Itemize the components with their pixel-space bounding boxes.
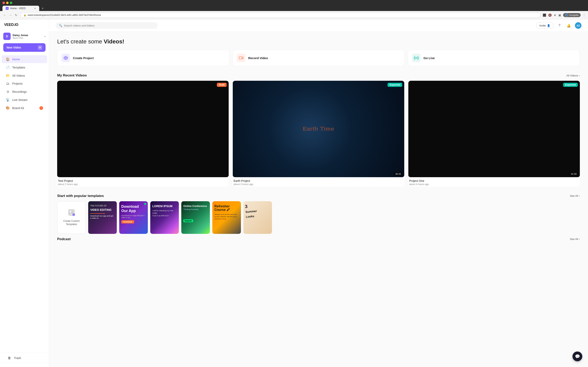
templates-header: Start with popular templates See All › <box>57 194 580 198</box>
see-all-templates-link[interactable]: See All › <box>570 194 580 197</box>
template-thumbnail: 3SummerLooks <box>243 201 272 234</box>
video-card-test-project[interactable]: Draft Test Project about 2 hours ago <box>57 81 229 187</box>
content-area: Let's create some Videos! Create Project <box>49 32 588 251</box>
new-tab-button[interactable]: + <box>40 6 45 11</box>
exported-badge: Exported <box>388 83 402 87</box>
all-videos-link[interactable]: All Videos › <box>566 74 580 77</box>
earth-preview: Earth Time <box>233 81 404 177</box>
notifications-icon[interactable]: 🔔 <box>566 22 572 29</box>
template-text: DownloadOur App Download our app and get… <box>119 201 148 227</box>
video-thumbnail: Earth Time Exported 00:25 <box>233 81 404 177</box>
maximize-dot[interactable] <box>10 2 12 4</box>
see-all-podcast-label: See All <box>570 238 578 241</box>
new-video-button[interactable]: New Video + <box>3 43 45 52</box>
template-text: LOREM IPSUM I will be releasing my new s… <box>150 201 179 220</box>
create-project-card[interactable]: Create Project <box>57 50 229 66</box>
brand-kit-badge: + <box>39 106 43 110</box>
topbar: 🔍 Invite 👤 ? 🔔 A2 <box>49 19 588 32</box>
active-tab[interactable]: V Home - VEED ✕ <box>2 6 39 11</box>
search-bar[interactable]: 🔍 <box>56 22 158 29</box>
video-card-earth-project[interactable]: Earth Time Exported 00:25 Earth Project … <box>233 81 404 187</box>
address-bar: ← → ↻ 🔒 veed.io/workspaces/22ce6d2f-38c5… <box>0 11 588 19</box>
video-info: Project One about 4 hours ago <box>408 177 580 187</box>
create-custom-icon: + <box>68 209 75 217</box>
video-card-project-one[interactable]: Exported 01:58 Project One about 4 hours… <box>408 81 580 187</box>
create-custom-templates-card[interactable]: + Create Custom Templates <box>57 201 86 234</box>
lock-icon: 🔒 <box>24 14 26 17</box>
minimize-dot[interactable] <box>6 2 9 4</box>
record-video-label: Record Video <box>248 56 268 60</box>
sidebar-item-trash[interactable]: 🗑 Trash <box>3 354 45 362</box>
create-project-icon <box>61 54 70 62</box>
all-videos-icon: 📁 <box>6 74 10 77</box>
sidebar-item-all-videos[interactable]: 📁 All Videos <box>2 72 47 80</box>
template-future-editing[interactable]: THE FUTURE OF VIDEO EDITING Download our… <box>88 201 117 234</box>
template-thumbnail: THE FUTURE OF VIDEO EDITING Download our… <box>88 201 117 234</box>
record-video-icon <box>237 54 245 62</box>
sidebar-item-live-stream[interactable]: 📡 Live Stream <box>2 96 47 104</box>
user-plan: Basic Plan <box>13 37 43 39</box>
url-bar[interactable]: 🔒 veed.io/workspaces/22ce6d2f-38c5-4df1-… <box>20 13 541 17</box>
sidebar-item-label: Live Stream <box>12 98 27 101</box>
svg-rect-3 <box>69 210 72 213</box>
svg-text:+: + <box>73 214 74 216</box>
action-cards: Create Project Record Video <box>57 50 580 66</box>
draft-badge: Draft <box>217 83 227 87</box>
help-icon[interactable]: ? <box>556 22 563 29</box>
sidebar-item-recordings[interactable]: ⊙ Recordings <box>2 88 47 96</box>
back-button[interactable]: ← <box>2 13 7 17</box>
cast-icon[interactable]: ⬛ <box>543 13 546 17</box>
chat-bubble[interactable]: 💬 <box>572 351 582 361</box>
sidebar-item-templates[interactable]: 📄 Templates <box>2 63 47 71</box>
template-text: THE FUTURE OF VIDEO EDITING Download our… <box>88 201 117 223</box>
template-thumbnail: Refresher Course 🖊 Sharpen your pencils … <box>212 201 241 234</box>
video-title: Test Project <box>58 179 228 183</box>
star-icon[interactable]: ★ <box>554 13 556 17</box>
user-section[interactable]: D Daisy Jonas Basic Plan ▾ <box>0 31 49 43</box>
live-stream-icon: 📡 <box>6 98 10 102</box>
record-video-card[interactable]: Record Video <box>233 50 405 66</box>
video-duration: 00:25 <box>394 172 402 175</box>
video-thumbnail: Draft <box>57 81 229 177</box>
template-download-app[interactable]: DownloadOur App Download our app and get… <box>119 201 148 234</box>
sidebar-item-brand-kit[interactable]: 🎨 Brand Kit + <box>2 104 47 112</box>
see-all-podcast-link[interactable]: See All › <box>570 238 580 241</box>
traffic-lights <box>2 2 586 4</box>
template-text: Refresher Course 🖊 Sharpen your pencils … <box>212 201 241 234</box>
avatar: D <box>3 33 11 40</box>
sidebar-item-label: Home <box>12 58 20 61</box>
sidebar-toggle-icon[interactable]: ▣ <box>558 13 561 17</box>
sidebar-item-label: Brand Kit <box>12 106 24 110</box>
podcast-section: Podcast See All › <box>57 237 580 241</box>
url-text: veed.io/workspaces/22ce6d2f-38c5-4df1-a8… <box>27 14 101 17</box>
incognito-icon: 👤 <box>565 13 568 17</box>
video-info: Earth Project about 3 hours ago <box>233 177 404 187</box>
template-lorem-ipsum[interactable]: LOREM IPSUM I will be releasing my new s… <box>150 201 179 234</box>
search-input[interactable] <box>64 24 154 27</box>
invite-icon: 👤 <box>547 24 550 27</box>
mute-icon[interactable]: 🔇 <box>548 13 552 17</box>
template-online-conference[interactable]: Online Conference Thinking Positively Re… <box>181 201 210 234</box>
see-all-templates-label: See All <box>570 194 578 197</box>
sidebar-item-projects[interactable]: 🗂 Projects <box>2 80 47 87</box>
logo-label: VEED.IO <box>4 23 18 27</box>
tab-favicon: V <box>6 7 9 10</box>
template-summer-looks[interactable]: 3SummerLooks <box>243 201 272 234</box>
sidebar-item-home[interactable]: 🏠 Home <box>2 55 47 63</box>
user-avatar-badge[interactable]: A2 <box>575 22 581 29</box>
close-dot[interactable] <box>2 2 5 4</box>
refresh-button[interactable]: ↻ <box>14 13 18 17</box>
tab-close-button[interactable]: ✕ <box>34 7 36 10</box>
trash-icon: 🗑 <box>7 356 11 360</box>
template-thumbnail: LOREM IPSUM I will be releasing my new s… <box>150 201 179 234</box>
invite-button[interactable]: Invite 👤 <box>536 23 553 29</box>
more-options-icon[interactable]: ⋮ <box>583 13 586 17</box>
chevron-right-icon: › <box>579 194 580 197</box>
template-refresher-course[interactable]: Refresher Course 🖊 Sharpen your pencils … <box>212 201 241 234</box>
svg-point-1 <box>416 57 417 58</box>
go-live-card[interactable]: Go Live <box>408 50 580 66</box>
sidebar-item-label: Trash <box>14 356 21 360</box>
forward-button[interactable]: → <box>8 13 13 17</box>
chevron-right-icon: › <box>579 238 580 241</box>
templates-section-title: Start with popular templates <box>57 194 104 198</box>
